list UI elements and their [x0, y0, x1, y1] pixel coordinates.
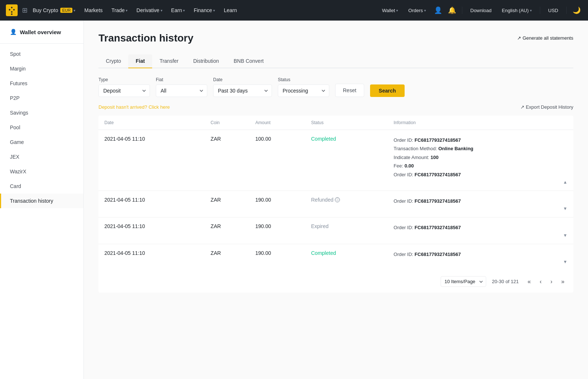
sidebar-item-wazirx[interactable]: WazirX	[0, 164, 83, 179]
caret-icon: ▾	[396, 8, 398, 12]
search-button[interactable]: Search	[370, 84, 405, 97]
nav-download[interactable]: Download	[467, 6, 495, 15]
cell-amount: 100.00	[250, 130, 305, 191]
profile-icon[interactable]: 👤	[433, 5, 444, 16]
status-filter-group: Status All Processing Completed Refunded…	[278, 77, 329, 97]
generate-statements-link[interactable]: ↗ Generate all statements	[517, 35, 573, 41]
wallet-icon: 👤	[10, 29, 17, 35]
top-navigation: ⊞ Buy Crypto EUR ▾ Markets Trade▾ Deriva…	[0, 0, 588, 21]
cell-coin: ZAR	[205, 217, 250, 244]
caret-icon: ▾	[530, 8, 532, 12]
type-select[interactable]: Deposit Withdrawal	[98, 84, 150, 97]
sidebar-item-margin[interactable]: Margin	[0, 61, 83, 76]
cell-amount: 190.00	[250, 244, 305, 270]
expand-row-button[interactable]: ▼	[563, 206, 567, 211]
col-amount: Amount	[250, 116, 305, 130]
sidebar-item-p2p[interactable]: P2P	[0, 91, 83, 105]
nav-earn[interactable]: Earn▾	[168, 5, 189, 15]
right-nav: Wallet▾ Orders▾ 👤 🔔 Download English (AU…	[378, 5, 582, 16]
export-deposit-history-link[interactable]: ↗ Export Deposit History	[520, 104, 573, 110]
divider	[566, 7, 567, 14]
binance-logo[interactable]	[6, 4, 18, 16]
fiat-filter-group: Fiat All ZAR EUR USD	[156, 77, 207, 97]
cell-information: Order ID: FC681779327418567 ▼	[388, 191, 573, 217]
nav-learn[interactable]: Learn	[220, 5, 241, 15]
divider	[462, 7, 462, 14]
sidebar-item-savings[interactable]: Savings	[0, 105, 83, 120]
notifications-icon[interactable]: 🔔	[447, 5, 458, 16]
prev-page-button[interactable]: ‹	[537, 277, 544, 286]
reset-button[interactable]: Reset	[335, 84, 364, 97]
nav-derivative[interactable]: Derivative▾	[133, 5, 166, 15]
status-label: Status	[278, 77, 329, 82]
status-select[interactable]: All Processing Completed Refunded Expire…	[278, 84, 329, 97]
sidebar-item-spot[interactable]: Spot	[0, 47, 83, 61]
deposit-not-arrived-link[interactable]: Deposit hasn't arrived? Click here	[98, 104, 170, 110]
transaction-tabs: Crypto Fiat Transfer Distribution BNB Co…	[98, 54, 573, 68]
per-page-select[interactable]: 10 Items/Page 20 Items/Page 50 Items/Pag…	[441, 276, 486, 287]
col-information: Information	[388, 116, 573, 130]
info-collapsed: Order ID: FC681779327418567	[394, 250, 567, 259]
tab-bnb-convert[interactable]: BNB Convert	[226, 54, 271, 68]
caret-icon: ▾	[183, 8, 185, 12]
collapse-row-button[interactable]: ▲	[563, 180, 567, 185]
divider	[540, 7, 540, 14]
nav-markets[interactable]: Markets	[80, 5, 106, 15]
cell-coin: ZAR	[205, 130, 250, 191]
table-row: 2021-04-05 11:10 ZAR 190.00 Expired Orde…	[98, 217, 573, 244]
fiat-select[interactable]: All ZAR EUR USD	[156, 84, 207, 97]
type-filter-group: Type Deposit Withdrawal	[98, 77, 150, 97]
first-page-button[interactable]: «	[525, 277, 534, 286]
date-select[interactable]: Past 30 days Past 90 days Past year Cust…	[213, 84, 272, 97]
tab-distribution[interactable]: Distribution	[186, 54, 226, 68]
nav-wallet[interactable]: Wallet▾	[378, 6, 402, 15]
next-page-button[interactable]: ›	[548, 277, 555, 286]
tab-crypto[interactable]: Crypto	[98, 54, 128, 68]
cell-status: Completed	[305, 130, 388, 191]
pagination: 10 Items/Page 20 Items/Page 50 Items/Pag…	[98, 270, 573, 293]
table-row: 2021-04-05 11:10 ZAR 190.00 Completed Or…	[98, 244, 573, 270]
sidebar-item-futures[interactable]: Futures	[0, 76, 83, 91]
nav-orders[interactable]: Orders▾	[405, 6, 430, 15]
sidebar-item-wallet-overview[interactable]: 👤 Wallet overview	[0, 24, 83, 40]
nav-trade[interactable]: Trade▾	[108, 5, 131, 15]
cell-date: 2021-04-05 11:10	[98, 130, 205, 191]
sidebar-item-pool[interactable]: Pool	[0, 120, 83, 135]
main-nav-links: Buy Crypto EUR ▾ Markets Trade▾ Derivati…	[29, 5, 378, 15]
page-range: 20-30 of 121	[492, 279, 519, 284]
table-header-row: Date Coin Amount Status Information	[98, 116, 573, 130]
nav-currency[interactable]: USD	[545, 6, 562, 15]
tab-fiat[interactable]: Fiat	[128, 54, 152, 68]
sidebar-item-transaction-history[interactable]: Transaction history	[0, 194, 83, 208]
last-page-button[interactable]: »	[558, 277, 567, 286]
cell-amount: 190.00	[250, 217, 305, 244]
cell-coin: ZAR	[205, 244, 250, 270]
nav-buy-crypto[interactable]: Buy Crypto EUR ▾	[29, 5, 79, 15]
table-row: 2021-04-05 11:10 ZAR 100.00 Completed Or…	[98, 130, 573, 191]
tab-transfer[interactable]: Transfer	[152, 54, 186, 68]
status-info-icon[interactable]: ⓘ	[335, 197, 340, 202]
expand-row-button[interactable]: ▼	[563, 259, 567, 264]
nav-locale[interactable]: English (AU)▾	[498, 6, 535, 15]
sidebar-item-jex[interactable]: JEX	[0, 149, 83, 164]
theme-icon[interactable]: 🌙	[571, 5, 582, 16]
cell-date: 2021-04-05 11:10	[98, 244, 205, 270]
export-icon: ↗	[520, 104, 524, 110]
sidebar-divider	[0, 43, 83, 44]
export-icon: ↗	[517, 35, 521, 41]
expand-row-button[interactable]: ▼	[563, 233, 567, 238]
caret-icon: ▾	[213, 8, 215, 12]
nav-finance[interactable]: Finance▾	[190, 5, 219, 15]
cell-information: Order ID: FC681779327418567 ▼	[388, 244, 573, 270]
caret-icon: ▾	[424, 8, 426, 12]
page-header: Transaction history ↗ Generate all state…	[98, 32, 573, 44]
date-label: Date	[213, 77, 272, 82]
sidebar-item-card[interactable]: Card	[0, 179, 83, 194]
table-row: 2021-04-05 11:10 ZAR 190.00 Refunded ⓘ O…	[98, 191, 573, 217]
cell-information: Order ID: FC681779327418567 Transaction …	[388, 130, 573, 191]
cell-date: 2021-04-05 11:10	[98, 217, 205, 244]
info-collapsed: Order ID: FC681779327418567	[394, 223, 567, 232]
sidebar-item-game[interactable]: Game	[0, 135, 83, 149]
grid-icon[interactable]: ⊞	[22, 6, 28, 14]
col-coin: Coin	[205, 116, 250, 130]
